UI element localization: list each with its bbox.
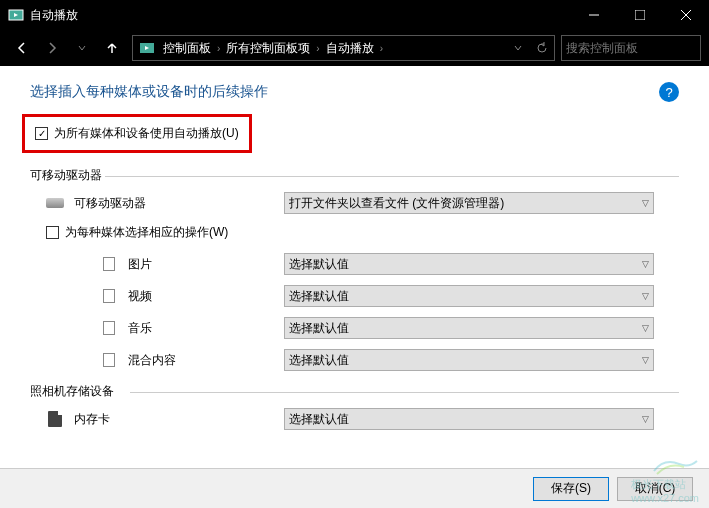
titlebar: 自动播放	[0, 0, 709, 30]
maximize-button[interactable]	[617, 0, 663, 30]
mixed-label: 混合内容	[128, 352, 284, 369]
back-button[interactable]	[8, 34, 36, 62]
chevron-right-icon[interactable]: ›	[213, 43, 224, 54]
chevron-right-icon[interactable]: ›	[312, 43, 323, 54]
help-icon[interactable]: ?	[659, 82, 679, 102]
music-icon	[100, 321, 118, 335]
mixed-select[interactable]: 选择默认值 ▽	[284, 349, 654, 371]
removable-drive-label: 可移动驱动器	[74, 195, 284, 212]
highlighted-option: 为所有媒体和设备使用自动播放(U)	[22, 114, 252, 153]
section-camera-storage: 照相机存储设备	[30, 383, 679, 400]
autoplay-all-label: 为所有媒体和设备使用自动播放(U)	[54, 125, 239, 142]
minimize-button[interactable]	[571, 0, 617, 30]
navbar: 控制面板 › 所有控制面板项 › 自动播放 ›	[0, 30, 709, 66]
recent-locations-button[interactable]	[68, 34, 96, 62]
memory-card-select[interactable]: 选择默认值 ▽	[284, 408, 654, 430]
music-label: 音乐	[128, 320, 284, 337]
page-title: 选择插入每种媒体或设备时的后续操作	[30, 83, 659, 101]
save-button[interactable]: 保存(S)	[533, 477, 609, 501]
videos-label: 视频	[128, 288, 284, 305]
drive-icon	[46, 196, 64, 210]
search-box[interactable]	[561, 35, 701, 61]
music-select[interactable]: 选择默认值 ▽	[284, 317, 654, 339]
breadcrumb-item[interactable]: 所有控制面板项	[224, 40, 312, 57]
videos-select[interactable]: 选择默认值 ▽	[284, 285, 654, 307]
forward-button[interactable]	[38, 34, 66, 62]
autoplay-icon	[137, 38, 157, 58]
pictures-icon	[100, 257, 118, 271]
chevron-right-icon[interactable]: ›	[376, 43, 387, 54]
pictures-select[interactable]: 选择默认值 ▽	[284, 253, 654, 275]
autoplay-all-checkbox[interactable]	[35, 127, 48, 140]
mixed-icon	[100, 353, 118, 367]
videos-icon	[100, 289, 118, 303]
per-media-label: 为每种媒体选择相应的操作(W)	[65, 224, 228, 241]
window-title: 自动播放	[30, 7, 571, 24]
chevron-down-icon: ▽	[642, 259, 649, 269]
autoplay-window-icon	[8, 7, 24, 23]
chevron-down-icon: ▽	[642, 323, 649, 333]
svg-rect-3	[635, 10, 645, 20]
breadcrumb-item[interactable]: 自动播放	[324, 40, 376, 57]
close-button[interactable]	[663, 0, 709, 30]
memory-card-label: 内存卡	[74, 411, 284, 428]
refresh-button[interactable]	[530, 36, 554, 60]
chevron-down-icon: ▽	[642, 414, 649, 424]
chevron-down-icon: ▽	[642, 198, 649, 208]
chevron-down-icon: ▽	[642, 291, 649, 301]
history-dropdown-button[interactable]	[506, 36, 530, 60]
chevron-down-icon: ▽	[642, 355, 649, 365]
breadcrumb-item[interactable]: 控制面板	[161, 40, 213, 57]
up-button[interactable]	[98, 34, 126, 62]
removable-drive-select[interactable]: 打开文件夹以查看文件 (文件资源管理器) ▽	[284, 192, 654, 214]
breadcrumb: 控制面板 › 所有控制面板项 › 自动播放 ›	[161, 40, 387, 57]
search-input[interactable]	[562, 41, 709, 55]
content-area: 选择插入每种媒体或设备时的后续操作 ? 为所有媒体和设备使用自动播放(U) 可移…	[0, 66, 709, 468]
pictures-label: 图片	[128, 256, 284, 273]
address-bar[interactable]: 控制面板 › 所有控制面板项 › 自动播放 ›	[132, 35, 555, 61]
per-media-checkbox[interactable]	[46, 226, 59, 239]
memory-card-icon	[46, 412, 64, 426]
section-removable-drives: 可移动驱动器	[30, 167, 679, 184]
cancel-button[interactable]: 取消(C)	[617, 477, 693, 501]
footer: 保存(S) 取消(C)	[0, 468, 709, 508]
